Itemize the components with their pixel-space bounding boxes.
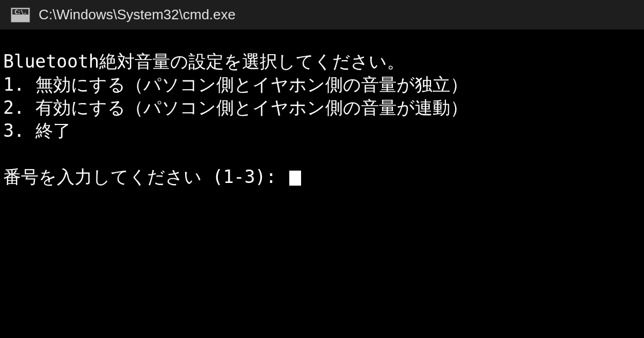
input-prompt: 番号を入力してください (1-3):: [3, 166, 287, 189]
blank-line: [3, 143, 641, 166]
output-header: Bluetooth絶対音量の設定を選択してください。: [3, 50, 641, 74]
input-prompt-line: 番号を入力してください (1-3):: [3, 166, 641, 189]
cursor[interactable]: [289, 171, 301, 186]
cmd-icon: C:\.: [11, 8, 30, 23]
window-title: C:\Windows\System32\cmd.exe: [39, 6, 236, 23]
cmd-window: C:\. C:\Windows\System32\cmd.exe Bluetoo…: [0, 0, 644, 338]
option-2: 2. 有効にする（パソコン側とイヤホン側の音量が連動）: [3, 97, 641, 120]
option-1: 1. 無効にする（パソコン側とイヤホン側の音量が独立）: [3, 74, 641, 97]
option-3: 3. 終了: [3, 120, 641, 143]
cmd-icon-label: C:\.: [14, 9, 27, 16]
titlebar[interactable]: C:\. C:\Windows\System32\cmd.exe: [0, 0, 644, 30]
terminal-output[interactable]: Bluetooth絶対音量の設定を選択してください。 1. 無効にする（パソコン…: [0, 30, 644, 338]
